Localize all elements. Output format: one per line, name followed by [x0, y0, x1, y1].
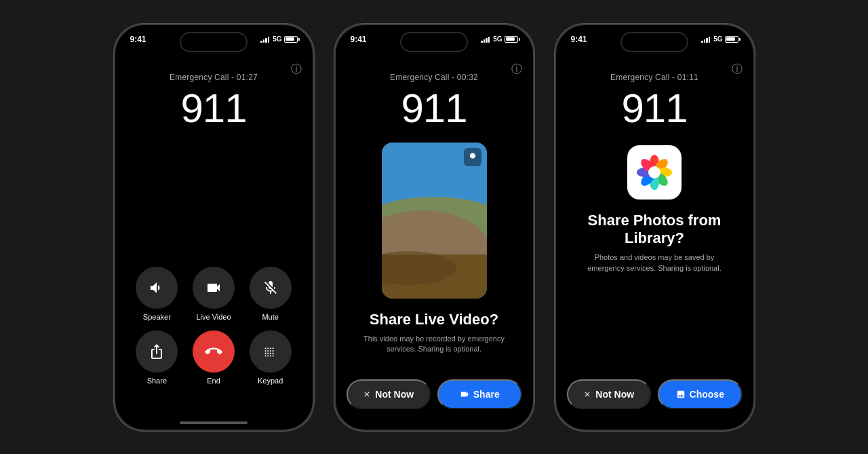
svg-point-14: [648, 166, 660, 178]
signal-bar: [709, 37, 711, 43]
photos-choose-icon: [676, 390, 686, 399]
not-now-button-3[interactable]: Not Now: [567, 379, 652, 409]
live-video-label: Live Video: [196, 313, 231, 321]
x-icon: [363, 390, 371, 398]
call-buttons-row-1: Speaker Live Video: [115, 267, 313, 321]
photos-flower: [637, 155, 672, 190]
home-indicator-1: [180, 421, 248, 424]
signal-bar: [488, 37, 490, 43]
choose-photos-label: Choose: [690, 389, 724, 400]
share-video-label: Share: [473, 389, 500, 400]
phone-frame-1: 9:41 5G ⓘ Emergency Call - 01:27 911: [114, 24, 314, 431]
speaker-icon: [149, 280, 165, 296]
action-buttons-2: Not Now Share: [336, 379, 533, 409]
live-video-button[interactable]: Live Video: [193, 267, 235, 321]
speaker-button[interactable]: Speaker: [136, 267, 178, 321]
phone-screen-2: 9:41 5G ⓘ Emergency Call - 00:32 911: [336, 25, 533, 430]
keypad-icon: [263, 344, 278, 359]
status-time-1: 9:41: [130, 35, 146, 44]
status-icons-3: 5G: [701, 35, 738, 43]
phone-screen-1: 9:41 5G ⓘ Emergency Call - 01:27 911: [115, 25, 313, 430]
signal-type-3: 5G: [713, 35, 722, 43]
video-preview: [382, 143, 487, 299]
signal-bar: [704, 39, 706, 43]
share-label: Share: [147, 377, 167, 385]
share-video-description: This video may be recorded by emergency …: [336, 334, 533, 355]
call-number-2: 911: [401, 85, 467, 132]
signal-bar: [265, 38, 267, 43]
video-camera-overlay-icon: [464, 148, 481, 166]
signal-bar: [263, 39, 265, 43]
signal-type-2: 5G: [493, 35, 502, 43]
share-icon: [149, 343, 165, 360]
battery-icon-3: [725, 36, 738, 43]
live-video-icon-circle: [193, 267, 235, 309]
signal-bar: [268, 37, 270, 43]
mute-icon: [262, 280, 279, 296]
dynamic-island-3: [620, 32, 688, 52]
speaker-label: Speaker: [143, 313, 171, 321]
speaker-icon-circle: [136, 267, 178, 309]
status-icons-2: 5G: [481, 35, 517, 43]
call-label-2: Emergency Call - 00:32: [390, 73, 478, 82]
phone-screen-3: 9:41 5G ⓘ Emergency Call - 01:11 911: [556, 25, 753, 430]
end-label: End: [207, 377, 220, 385]
battery-icon-2: [505, 36, 518, 43]
battery-icon-1: [284, 36, 298, 43]
share-icon-circle: [136, 330, 178, 373]
keypad-button[interactable]: Keypad: [250, 330, 292, 385]
share-photos-title: Share Photos from Library?: [556, 212, 753, 248]
call-buttons-area: Speaker Live Video: [115, 132, 313, 421]
phone-2: 9:41 5G ⓘ Emergency Call - 00:32 911: [334, 24, 534, 431]
phone-3: 9:41 5G ⓘ Emergency Call - 01:11 911: [555, 24, 755, 431]
share-photos-description: Photos and videos may be saved by emerge…: [556, 252, 753, 273]
status-time-3: 9:41: [571, 35, 587, 44]
keypad-icon-circle: [250, 330, 292, 373]
phone-1: 9:41 5G ⓘ Emergency Call - 01:27 911: [114, 24, 314, 431]
photos-app-icon: [627, 145, 682, 200]
signal-bars-2: [481, 36, 490, 43]
call-buttons-row-2: Share End: [115, 330, 313, 385]
keypad-label: Keypad: [258, 377, 283, 385]
share-video-button[interactable]: Share: [437, 379, 522, 409]
signal-bar: [701, 41, 703, 43]
share-video-title: Share Live Video?: [370, 311, 498, 328]
info-icon-3[interactable]: ⓘ: [732, 62, 743, 77]
camera-icon: [467, 151, 478, 162]
end-call-icon: [205, 343, 222, 360]
call-label-3: Emergency Call - 01:11: [610, 73, 698, 82]
signal-bar: [484, 39, 486, 43]
signal-type-1: 5G: [273, 35, 281, 43]
not-now-label-3: Not Now: [595, 389, 634, 400]
signal-bar: [706, 38, 708, 43]
video-icon: [205, 280, 222, 296]
signal-bar: [481, 41, 483, 43]
status-icons-1: 5G: [260, 35, 297, 43]
end-button[interactable]: End: [193, 330, 235, 385]
mute-label: Mute: [262, 313, 278, 321]
choose-photos-button[interactable]: Choose: [658, 379, 743, 409]
action-buttons-3: Not Now Choose: [556, 379, 753, 409]
not-now-button-2[interactable]: Not Now: [347, 379, 431, 409]
x-icon-3: [583, 390, 591, 398]
photos-icon-svg: [627, 145, 682, 200]
call-number-1: 911: [180, 85, 246, 132]
signal-bar: [260, 41, 262, 43]
call-number-3: 911: [621, 85, 687, 132]
info-icon-1[interactable]: ⓘ: [291, 62, 302, 77]
call-label-1: Emergency Call - 01:27: [170, 73, 258, 82]
dynamic-island-2: [400, 32, 468, 52]
info-icon-2[interactable]: ⓘ: [511, 62, 522, 77]
not-now-label-2: Not Now: [375, 389, 414, 400]
share-button[interactable]: Share: [136, 330, 178, 385]
dynamic-island-1: [180, 32, 248, 52]
video-share-icon: [460, 390, 469, 399]
phone-frame-2: 9:41 5G ⓘ Emergency Call - 00:32 911: [334, 24, 534, 431]
signal-bar: [486, 38, 488, 43]
mute-icon-circle: [250, 267, 292, 309]
phone-frame-3: 9:41 5G ⓘ Emergency Call - 01:11 911: [555, 24, 755, 431]
signal-bars-3: [701, 36, 710, 43]
end-icon-circle: [193, 330, 235, 373]
status-time-2: 9:41: [351, 35, 367, 44]
mute-button[interactable]: Mute: [250, 267, 292, 321]
